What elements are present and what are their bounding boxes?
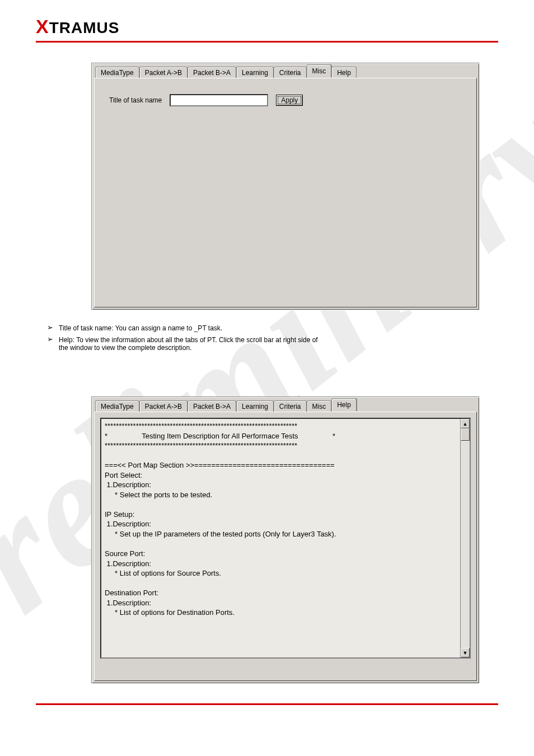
tab-packet-a-b[interactable]: Packet A->B xyxy=(139,67,188,78)
help-tab-body: ****************************************… xyxy=(94,412,477,681)
task-name-label: Title of task name xyxy=(109,96,162,104)
tab-mediatype[interactable]: MediaType xyxy=(95,400,139,412)
brand-logo: XTRAMUS xyxy=(0,0,534,38)
tab-criteria[interactable]: Criteria xyxy=(274,67,307,78)
bullet-icon: ➢ xyxy=(47,324,53,331)
tab-packet-a-b[interactable]: Packet A->B xyxy=(139,400,188,412)
help-scrollbar[interactable]: ▲ ▼ xyxy=(460,419,470,657)
bullet-text-2: Help: To view the information about all … xyxy=(59,335,318,352)
scroll-up-button[interactable]: ▲ xyxy=(461,419,470,428)
logo-prefix: X xyxy=(36,16,49,37)
tab-help[interactable]: Help xyxy=(331,398,357,411)
tab-criteria[interactable]: Criteria xyxy=(274,400,307,412)
tab-learning[interactable]: Learning xyxy=(236,67,274,78)
tab-packet-b-a[interactable]: Packet B->A xyxy=(188,400,236,412)
scroll-thumb[interactable] xyxy=(461,428,470,441)
help-text: ****************************************… xyxy=(101,419,460,657)
misc-tab-body: Title of task name Apply xyxy=(94,78,477,307)
doc-bullets: ➢ Title of task name: You can assign a n… xyxy=(47,324,489,355)
tab-mediatype[interactable]: MediaType xyxy=(95,67,139,78)
scroll-down-button[interactable]: ▼ xyxy=(461,648,470,657)
help-text-container: ****************************************… xyxy=(100,418,471,659)
help-panel: MediaType Packet A->B Packet B->A Learni… xyxy=(91,396,480,684)
footer-rule xyxy=(36,703,498,705)
tab-misc[interactable]: Misc xyxy=(307,400,332,412)
bullet-icon: ➢ xyxy=(47,335,53,343)
tab-misc[interactable]: Misc xyxy=(307,64,332,77)
apply-button[interactable]: Apply xyxy=(276,95,303,106)
logo-rest: TRAMUS xyxy=(49,19,120,36)
help-tabstrip: MediaType Packet A->B Packet B->A Learni… xyxy=(92,397,479,412)
header-rule xyxy=(36,41,498,43)
task-name-input[interactable] xyxy=(170,94,268,106)
misc-panel: MediaType Packet A->B Packet B->A Learni… xyxy=(91,63,480,310)
tab-learning[interactable]: Learning xyxy=(236,400,274,412)
tab-help[interactable]: Help xyxy=(331,67,357,78)
tab-packet-b-a[interactable]: Packet B->A xyxy=(188,67,236,78)
misc-tabstrip: MediaType Packet A->B Packet B->A Learni… xyxy=(92,63,479,78)
bullet-text-1: Title of task name: You can assign a nam… xyxy=(59,324,222,332)
scroll-track[interactable] xyxy=(461,428,470,648)
